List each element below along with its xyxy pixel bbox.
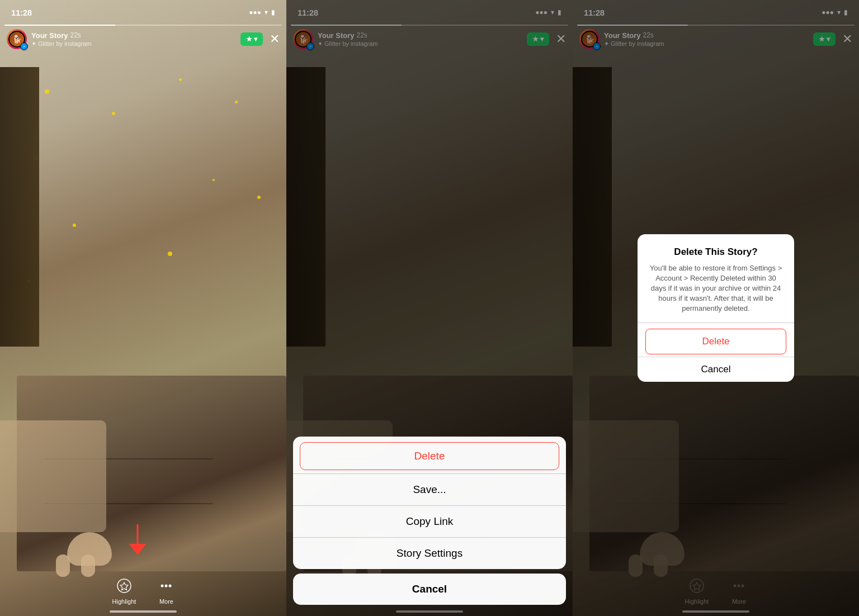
dog-paw-left bbox=[56, 555, 70, 577]
red-arrow bbox=[126, 524, 149, 560]
svg-point-2 bbox=[117, 579, 131, 593]
panel-3: 11:28 ●●● ▾ ▮ 🐕 + Your Story 22s ✦ Glitt… bbox=[573, 0, 859, 616]
story-background bbox=[0, 0, 286, 616]
story-bottom-bar: Highlight More bbox=[0, 578, 286, 605]
status-bar: 11:28 ●●● ▾ ▮ bbox=[0, 0, 286, 25]
copy-link-action-item[interactable]: Copy Link bbox=[293, 505, 566, 537]
story-settings-action-item[interactable]: Story Settings bbox=[293, 537, 566, 569]
more-label: More bbox=[159, 598, 173, 605]
story-info: Your Story 22s ✦ Glitter by instagram bbox=[31, 31, 236, 48]
story-username: Your Story bbox=[31, 31, 68, 40]
action-sheet: Delete Save... Copy Link Story Settings … bbox=[293, 437, 566, 605]
more-icon bbox=[158, 578, 174, 596]
panel-1: 11:28 ●●● ▾ ▮ 🐕 + Your Story 22s ✦ Glitt… bbox=[0, 0, 286, 616]
glitter-dot bbox=[168, 252, 172, 256]
more-button[interactable]: More bbox=[158, 578, 174, 605]
glitter-dot bbox=[73, 224, 76, 227]
action-sheet-item: Delete bbox=[293, 442, 566, 470]
svg-point-4 bbox=[165, 585, 168, 587]
chevron-down-icon: ▾ bbox=[254, 35, 257, 43]
story-filter-row: ✦ Glitter by instagram bbox=[31, 40, 236, 48]
dialog-delete-button[interactable]: Delete bbox=[645, 329, 786, 354]
save-action-item[interactable]: Save... bbox=[293, 473, 566, 505]
story-filter-text: ✦ Glitter by instagram bbox=[31, 40, 91, 48]
delete-dialog-overlay[interactable]: Delete This Story? You'll be able to res… bbox=[573, 0, 859, 616]
story-star-button[interactable]: ★ ▾ bbox=[240, 32, 263, 46]
story-title-row: Your Story 22s bbox=[31, 31, 236, 40]
highlight-icon bbox=[116, 578, 132, 596]
dialog-title: Delete This Story? bbox=[648, 247, 784, 258]
delete-dialog: Delete This Story? You'll be able to res… bbox=[638, 234, 794, 382]
dialog-actions: Delete Cancel bbox=[638, 323, 794, 382]
svg-marker-1 bbox=[129, 544, 146, 555]
glitter-dot bbox=[112, 112, 115, 115]
glitter-dot bbox=[257, 196, 261, 199]
story-close-button[interactable]: ✕ bbox=[270, 32, 280, 46]
battery-icon: ▮ bbox=[271, 8, 275, 16]
panel-2: 11:28 ●●● ▾ ▮ 🐕 + Your Story 22s ✦ Glitt… bbox=[286, 0, 573, 616]
dialog-cancel-button[interactable]: Cancel bbox=[638, 357, 794, 382]
action-sheet-group: Delete Save... Copy Link Story Settings bbox=[293, 437, 566, 569]
avatar-badge: + bbox=[20, 42, 28, 50]
action-sheet-cancel-button[interactable]: Cancel bbox=[293, 574, 566, 605]
status-time: 11:28 bbox=[11, 8, 32, 17]
glitter-dot bbox=[179, 78, 182, 81]
star-icon: ★ bbox=[246, 35, 252, 43]
dialog-message: You'll be able to restore it from Settin… bbox=[648, 263, 784, 314]
home-indicator bbox=[110, 610, 177, 613]
highlight-button[interactable]: Highlight bbox=[112, 578, 136, 605]
story-header: 🐕 + Your Story 22s ✦ Glitter by instagra… bbox=[0, 25, 286, 54]
svg-point-3 bbox=[161, 585, 164, 587]
highlight-label: Highlight bbox=[112, 598, 136, 605]
sofa bbox=[0, 420, 106, 532]
glitter-dot bbox=[45, 89, 49, 94]
delete-action-button[interactable]: Delete bbox=[300, 442, 559, 470]
dog-paw-right bbox=[81, 555, 95, 577]
status-icons: ●●● ▾ ▮ bbox=[249, 8, 275, 16]
story-avatar: 🐕 + bbox=[7, 29, 27, 49]
dialog-content: Delete This Story? You'll be able to res… bbox=[638, 234, 794, 323]
glitter-dot bbox=[213, 179, 215, 181]
signal-icon: ●●● bbox=[249, 8, 261, 16]
story-time: 22s bbox=[70, 31, 81, 39]
wifi-icon: ▾ bbox=[265, 8, 268, 16]
svg-point-5 bbox=[169, 585, 172, 587]
room-bookcase bbox=[0, 67, 39, 347]
glitter-dot bbox=[235, 101, 238, 103]
